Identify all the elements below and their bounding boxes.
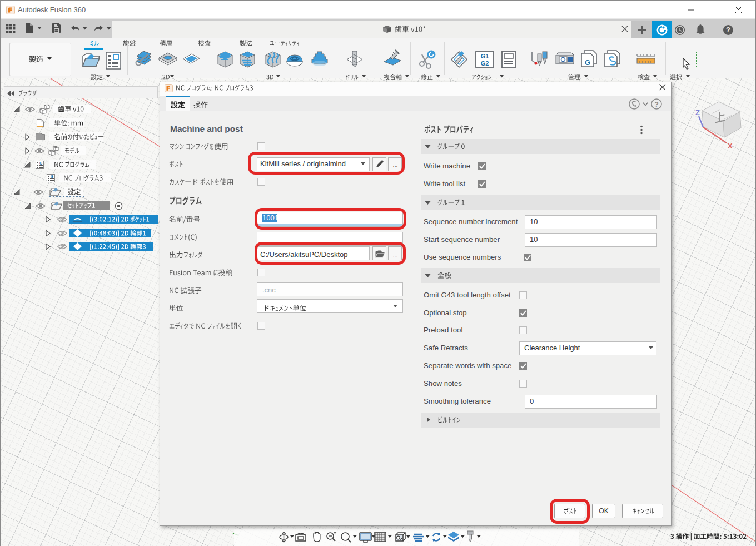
svg-text:G: G	[39, 161, 42, 165]
svg-text:G: G	[585, 58, 590, 67]
svg-text:G2: G2	[481, 60, 489, 67]
svg-text:Z: Z	[695, 108, 700, 117]
svg-text:G: G	[51, 174, 53, 178]
svg-text:?: ?	[726, 26, 730, 34]
svg-text:X: X	[728, 142, 733, 150]
svg-text:?: ?	[654, 101, 659, 108]
svg-text:G1: G1	[481, 53, 489, 59]
